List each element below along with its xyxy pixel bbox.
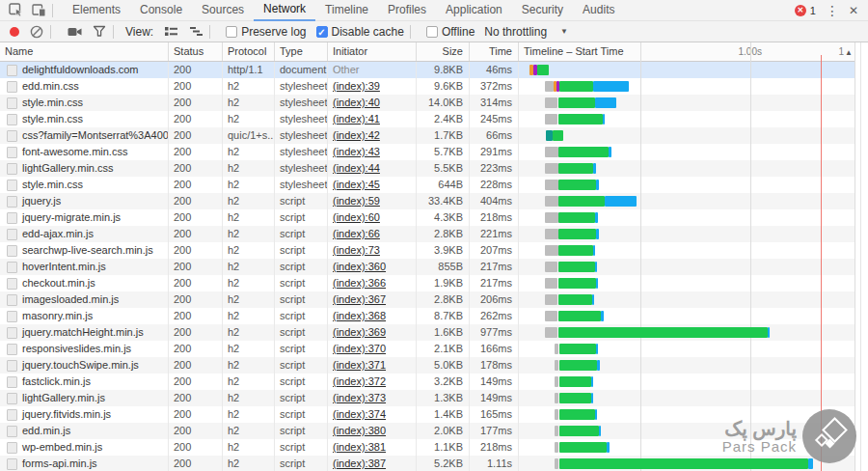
column-header-protocol[interactable]: Protocol: [223, 42, 275, 61]
request-name-cell[interactable]: masonry.min.js: [0, 308, 169, 324]
request-name-cell[interactable]: fastclick.min.js: [0, 374, 169, 390]
column-header-time[interactable]: Time: [470, 42, 519, 61]
request-row[interactable]: responsiveslides.min.js200h2script(index…: [0, 341, 868, 357]
initiator-link[interactable]: (index):367: [333, 293, 386, 305]
request-row[interactable]: jquery.matchHeight.min.js200h2script(ind…: [0, 324, 868, 341]
initiator-link[interactable]: (index):43: [333, 146, 380, 157]
initiator-link[interactable]: (index):360: [333, 261, 386, 272]
waterfall-cell[interactable]: [519, 62, 868, 78]
column-header-timeline[interactable]: Timeline – Start Time1.00s1▲: [519, 42, 868, 61]
column-header-status[interactable]: Status: [169, 42, 223, 61]
offline-checkbox[interactable]: Offline: [426, 25, 475, 39]
request-name-cell[interactable]: jquery.js: [0, 193, 169, 209]
column-header-name[interactable]: Name: [0, 42, 169, 61]
request-row[interactable]: jquery.js200h2script(index):5933.4KB404m…: [0, 193, 868, 209]
tab-elements[interactable]: Elements: [63, 0, 130, 21]
request-row[interactable]: imagesloaded.min.js200h2script(index):36…: [0, 291, 868, 308]
disable-cache-checkbox[interactable]: ✓Disable cache: [316, 25, 404, 39]
waterfall-cell[interactable]: [519, 160, 868, 177]
initiator-link[interactable]: (index):39: [333, 80, 380, 92]
request-name-cell[interactable]: wp-embed.min.js: [0, 439, 169, 456]
request-row[interactable]: font-awesome.min.css200h2stylesheet(inde…: [0, 144, 868, 160]
initiator-link[interactable]: (index):381: [333, 441, 386, 453]
request-name-cell[interactable]: delightfuldownloads.com: [0, 62, 169, 78]
tab-audits[interactable]: Audits: [573, 0, 624, 21]
column-header-initiator[interactable]: Initiator: [328, 42, 417, 61]
request-row[interactable]: css?family=Montserrat%3A400%2C...200quic…: [0, 127, 868, 144]
request-name-cell[interactable]: style.min.css: [0, 177, 169, 193]
request-name-cell[interactable]: font-awesome.min.css: [0, 144, 169, 160]
request-name-cell[interactable]: responsiveslides.min.js: [0, 341, 169, 357]
request-name-cell[interactable]: imagesloaded.min.js: [0, 291, 169, 308]
request-name-cell[interactable]: jquery.matchHeight.min.js: [0, 324, 169, 341]
request-name-cell[interactable]: jquery.fitvids.min.js: [0, 406, 169, 423]
tab-network[interactable]: Network: [254, 0, 315, 21]
request-row[interactable]: hoverIntent.min.js200h2script(index):360…: [0, 259, 868, 275]
screenshot-camera-icon[interactable]: [67, 24, 82, 40]
initiator-link[interactable]: (index):45: [333, 179, 380, 190]
initiator-link[interactable]: (index):44: [333, 162, 380, 174]
request-name-cell[interactable]: edd.min.css: [0, 78, 169, 95]
error-count-badge[interactable]: ✕ 1: [795, 5, 816, 16]
request-row[interactable]: searchwp-live-search.min.js200h2script(i…: [0, 242, 868, 259]
inspect-element-icon[interactable]: [8, 3, 23, 18]
preserve-log-checkbox[interactable]: Preserve log: [226, 25, 306, 39]
filter-icon[interactable]: [92, 24, 107, 40]
tab-profiles[interactable]: Profiles: [378, 0, 436, 21]
request-name-cell[interactable]: style.min.css: [0, 111, 169, 127]
request-name-cell[interactable]: jquery-migrate.min.js: [0, 209, 169, 226]
initiator-link[interactable]: (index):59: [333, 195, 380, 207]
kebab-menu-icon[interactable]: ⋮: [826, 3, 839, 18]
waterfall-cell[interactable]: [519, 111, 868, 127]
tab-application[interactable]: Application: [436, 0, 512, 21]
initiator-link[interactable]: (index):60: [333, 211, 380, 223]
initiator-link[interactable]: (index):366: [333, 277, 386, 289]
waterfall-cell[interactable]: [519, 193, 868, 209]
column-header-size[interactable]: Size: [417, 42, 470, 61]
request-name-cell[interactable]: jquery.touchSwipe.min.js: [0, 357, 169, 374]
tab-security[interactable]: Security: [512, 0, 573, 21]
initiator-link[interactable]: (index):40: [333, 97, 380, 108]
request-name-cell[interactable]: css?family=Montserrat%3A400%2C...: [0, 127, 169, 144]
tab-sources[interactable]: Sources: [192, 0, 254, 21]
request-row[interactable]: jquery-migrate.min.js200h2script(index):…: [0, 209, 868, 226]
request-row[interactable]: delightfuldownloads.com200http/1.1docume…: [0, 62, 868, 78]
request-name-cell[interactable]: searchwp-live-search.min.js: [0, 242, 169, 259]
request-row[interactable]: masonry.min.js200h2script(index):3688.7K…: [0, 308, 868, 324]
waterfall-cell[interactable]: [519, 357, 868, 374]
device-toolbar-icon[interactable]: [31, 3, 46, 18]
initiator-link[interactable]: (index):371: [333, 359, 386, 371]
request-row[interactable]: edd.min.css200h2stylesheet(index):399.6K…: [0, 78, 868, 95]
clear-icon[interactable]: [29, 24, 44, 40]
tab-timeline[interactable]: Timeline: [315, 0, 378, 21]
waterfall-cell[interactable]: [519, 127, 868, 144]
initiator-link[interactable]: (index):41: [333, 113, 380, 125]
request-name-cell[interactable]: lightGallery.min.js: [0, 390, 169, 406]
waterfall-cell[interactable]: [519, 78, 868, 95]
tab-console[interactable]: Console: [130, 0, 192, 21]
overview-icon[interactable]: [188, 24, 203, 40]
waterfall-cell[interactable]: [519, 226, 868, 242]
request-row[interactable]: style.min.css200h2stylesheet(index):412.…: [0, 111, 868, 127]
waterfall-cell[interactable]: [519, 324, 868, 341]
initiator-link[interactable]: (index):370: [333, 343, 386, 354]
close-icon[interactable]: ✕: [849, 4, 858, 17]
request-row[interactable]: style.min.css200h2stylesheet(index):4014…: [0, 95, 868, 111]
initiator-link[interactable]: (index):42: [333, 129, 380, 141]
request-row[interactable]: fastclick.min.js200h2script(index):3723.…: [0, 374, 868, 390]
initiator-link[interactable]: (index):369: [333, 326, 386, 338]
list-view-icon[interactable]: [163, 24, 178, 40]
request-name-cell[interactable]: edd.min.js: [0, 423, 169, 439]
waterfall-cell[interactable]: [519, 374, 868, 390]
request-name-cell[interactable]: lightGallery.min.css: [0, 160, 169, 177]
waterfall-cell[interactable]: [519, 341, 868, 357]
waterfall-cell[interactable]: [519, 275, 868, 291]
waterfall-cell[interactable]: [519, 291, 868, 308]
waterfall-cell[interactable]: [519, 308, 868, 324]
throttling-select[interactable]: No throttling ▼: [484, 25, 568, 39]
initiator-link[interactable]: (index):387: [333, 457, 386, 469]
initiator-link[interactable]: (index):374: [333, 408, 386, 420]
waterfall-cell[interactable]: [519, 242, 868, 259]
request-row[interactable]: jquery.touchSwipe.min.js200h2script(inde…: [0, 357, 868, 374]
column-header-type[interactable]: Type: [275, 42, 328, 61]
